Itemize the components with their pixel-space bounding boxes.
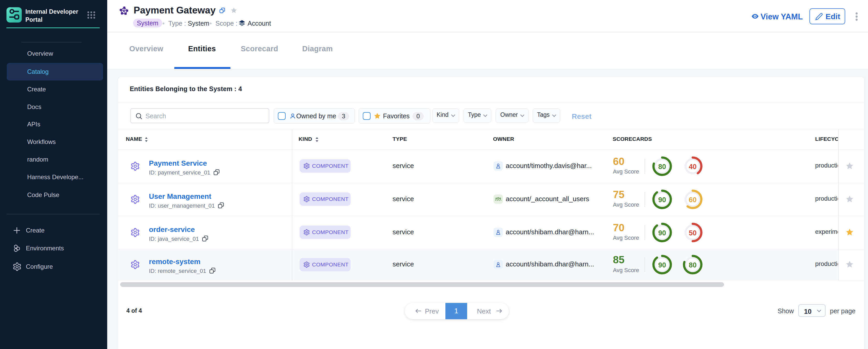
svg-text:40: 40	[689, 163, 696, 170]
svg-text:80: 80	[689, 261, 696, 269]
svg-text:50: 50	[689, 229, 696, 237]
svg-text:60: 60	[689, 196, 696, 204]
svg-text:90: 90	[658, 196, 666, 204]
svg-text:90: 90	[658, 229, 666, 237]
svg-text:90: 90	[658, 261, 666, 269]
svg-text:80: 80	[658, 163, 666, 170]
